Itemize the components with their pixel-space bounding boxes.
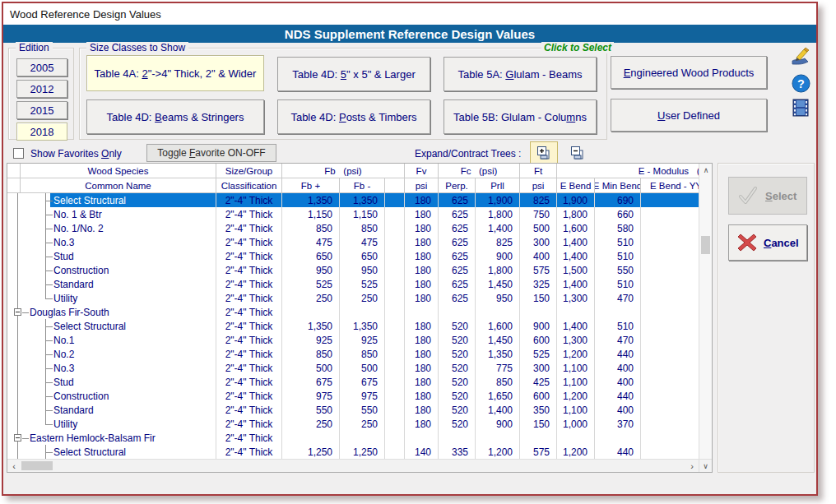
species-name-cell[interactable]: Select Structural <box>7 445 216 459</box>
species-name-cell[interactable]: Standard <box>7 403 216 417</box>
header-fb-minus[interactable]: Fb - <box>340 178 385 193</box>
header-size-group[interactable]: Size/Group <box>216 164 282 178</box>
fv-cell: 180 <box>405 207 439 221</box>
table-row[interactable]: Douglas Fir-South 2"-4" Thick <box>7 305 712 319</box>
expand-all-trees-icon[interactable] <box>530 141 558 164</box>
species-name-cell[interactable]: No.2 <box>7 347 216 361</box>
scroll-up-icon[interactable]: ∧ <box>699 164 713 177</box>
table-row[interactable]: No. 1 & Btr 2"-4" Thick 1,150 1,150 180 … <box>7 207 712 221</box>
table-row[interactable]: Stud 2"-4" Thick 650 650 180 625 900 400… <box>7 249 712 263</box>
fb-minus-cell: 500 <box>340 361 385 375</box>
species-name-cell[interactable]: No. 1 & Btr <box>7 207 216 221</box>
tree-collapse-icon[interactable] <box>14 308 21 316</box>
table-5b-button[interactable]: Table 5B: Glulam - Columns <box>444 99 597 134</box>
horizontal-scrollbar-thumb[interactable] <box>21 461 53 470</box>
toggle-favorite-button[interactable]: Toggle Favorite ON-OFF <box>146 144 276 162</box>
e-min-bend-cell: 510 <box>595 277 641 291</box>
engineered-wood-products-button[interactable]: Engineered Wood Products <box>611 56 767 89</box>
edition-2012-button[interactable]: 2012 <box>16 80 67 98</box>
species-name-cell[interactable]: Select Structural <box>7 319 216 333</box>
header-common-name[interactable]: Common Name <box>21 178 216 193</box>
classification-cell: 2"-4" Thick <box>216 347 282 361</box>
vertical-scrollbar[interactable]: ∧ <box>699 164 712 459</box>
header-fb-plus[interactable]: Fb + <box>282 178 340 193</box>
table-5a-button[interactable]: Table 5A: Glulam - Beams <box>444 57 597 91</box>
edition-2015-button[interactable]: 2015 <box>16 101 67 119</box>
header-e-bend[interactable]: E Bend <box>557 178 595 193</box>
blank-cell <box>385 207 405 221</box>
horizontal-scrollbar[interactable]: ‹ › <box>7 459 699 472</box>
table-row[interactable]: Utility 2"-4" Thick 250 250 180 625 950 … <box>7 291 712 305</box>
ft-cell: 750 <box>520 207 557 221</box>
species-name-cell[interactable]: No.1 <box>7 333 216 347</box>
species-name-cell[interactable]: Utility <box>7 417 216 431</box>
ft-cell: 825 <box>520 193 557 207</box>
table-row[interactable]: Select Structural 2"-4" Thick 1,250 1,25… <box>7 445 712 459</box>
species-name-cell[interactable]: Douglas Fir-South <box>7 305 216 319</box>
table-row[interactable]: No.3 2"-4" Thick 500 500 180 520 775 300… <box>7 361 712 375</box>
species-name-cell[interactable]: Stud <box>7 375 216 389</box>
cancel-button[interactable]: Cancel <box>728 224 807 261</box>
video-film-icon[interactable] <box>790 97 811 118</box>
header-e-min-bend[interactable]: E Min Bend <box>595 178 641 193</box>
help-icon[interactable]: ? <box>790 72 811 94</box>
table-row[interactable]: Select Structural 2"-4" Thick 1,350 1,35… <box>7 319 712 333</box>
table-4d-beams-button[interactable]: Table 4D: Beams & Stringers <box>86 99 264 134</box>
collapse-all-trees-icon[interactable] <box>566 143 589 163</box>
species-name-cell[interactable]: Standard <box>7 277 216 291</box>
fb-plus-cell: 500 <box>282 361 340 375</box>
table-row[interactable]: Eastern Hemlock-Balsam Fir 2"-4" Thick <box>7 431 712 445</box>
species-name-cell[interactable]: Select Structural <box>7 193 216 207</box>
species-name-cell[interactable]: No.3 <box>7 235 216 249</box>
fv-cell: 180 <box>405 389 439 403</box>
table-4a-button[interactable]: Table 4A: 2"->4" Thick, 2" & Wider <box>86 55 264 91</box>
tree-branch-line <box>45 340 53 341</box>
species-name-cell[interactable]: Eastern Hemlock-Balsam Fir <box>7 431 216 445</box>
header-fv[interactable]: Fv <box>405 164 439 178</box>
table-row[interactable]: No.3 2"-4" Thick 475 475 180 625 825 300… <box>7 235 712 249</box>
edition-2018-button[interactable]: 2018 <box>16 123 67 141</box>
table-4d-posts-button[interactable]: Table 4D: Posts & Timbers <box>277 99 430 134</box>
show-favorites-checkbox[interactable] <box>13 148 24 159</box>
header-classification[interactable]: Classification <box>216 178 282 193</box>
header-wood-species[interactable]: Wood Species <box>21 164 216 178</box>
table-row[interactable]: No. 1/No. 2 2"-4" Thick 850 850 180 625 … <box>7 221 712 235</box>
fc-perp-cell: 625 <box>439 291 476 305</box>
scroll-right-icon[interactable]: › <box>685 460 699 473</box>
species-name-cell[interactable]: Utility <box>7 291 216 305</box>
select-button[interactable]: Select <box>728 177 807 215</box>
header-gutter-2 <box>7 178 21 193</box>
scroll-down-icon[interactable]: ∨ <box>699 459 712 472</box>
header-e-modulus[interactable]: E - Modulus (ks <box>557 164 712 178</box>
table-row[interactable]: Standard 2"-4" Thick 550 550 180 520 1,4… <box>7 403 712 417</box>
table-4d-larger-button[interactable]: Table 4D: 5" x 5" & Larger <box>277 57 430 91</box>
species-name-cell[interactable]: Construction <box>7 263 216 277</box>
table-row[interactable]: Stud 2"-4" Thick 675 675 180 520 850 425… <box>7 375 712 389</box>
table-row[interactable]: No.2 2"-4" Thick 850 850 180 520 1,350 5… <box>7 347 712 361</box>
e-bend-cell: 1,400 <box>557 235 595 249</box>
species-name-cell[interactable]: No. 1/No. 2 <box>7 221 216 235</box>
header-fb[interactable]: Fb (psi) <box>282 164 405 178</box>
vertical-scrollbar-thumb[interactable] <box>701 236 710 254</box>
header-prll[interactable]: Prll <box>476 178 520 193</box>
table-row[interactable]: No.1 2"-4" Thick 925 925 180 520 1,450 6… <box>7 333 712 347</box>
header-perp[interactable]: Perp. <box>439 178 476 193</box>
edition-2005-button[interactable]: 2005 <box>16 58 67 76</box>
e-bend-cell: 1,000 <box>557 417 595 431</box>
header-ft-psi[interactable]: psi <box>520 178 557 193</box>
table-row[interactable]: Construction 2"-4" Thick 950 950 180 625… <box>7 263 712 277</box>
table-row[interactable]: Construction 2"-4" Thick 975 975 180 520… <box>7 389 712 403</box>
species-name-cell[interactable]: Construction <box>7 389 216 403</box>
table-row[interactable]: Utility 2"-4" Thick 250 250 180 520 900 … <box>7 417 712 431</box>
table-row[interactable]: Select Structural 2"-4" Thick 1,350 1,35… <box>7 193 712 207</box>
header-ft[interactable]: Ft <box>520 164 557 178</box>
species-name-cell[interactable]: No.3 <box>7 361 216 375</box>
scroll-left-icon[interactable]: ‹ <box>7 460 21 473</box>
header-fc[interactable]: Fc (psi) <box>439 164 520 178</box>
table-row[interactable]: Standard 2"-4" Thick 525 525 180 625 1,4… <box>7 277 712 291</box>
tree-collapse-icon[interactable] <box>14 434 21 442</box>
user-defined-button[interactable]: User Defined <box>611 99 767 132</box>
species-name-cell[interactable]: Stud <box>7 249 216 263</box>
edit-pencil-icon[interactable] <box>790 44 811 66</box>
header-fv-psi[interactable]: psi <box>405 178 439 193</box>
